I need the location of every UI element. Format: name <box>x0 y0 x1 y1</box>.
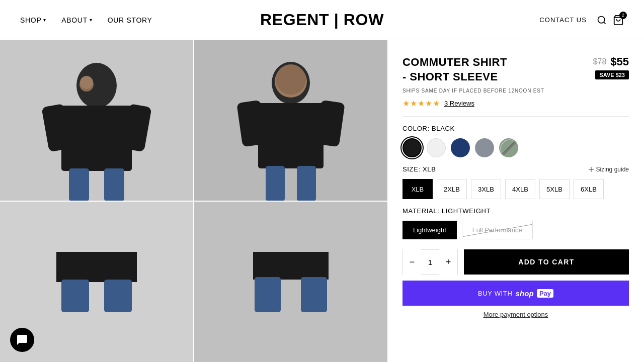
shop-pay-logo: shop <box>515 289 533 298</box>
product-photo-2-svg <box>195 40 386 201</box>
nav-shop-chevron-icon: ▾ <box>43 17 46 23</box>
header-icons: 2 <box>597 15 624 26</box>
quantity-value: 1 <box>421 258 439 266</box>
contact-us-link[interactable]: CONTACT US <box>539 16 587 24</box>
nav-about-chevron-icon: ▾ <box>90 17 93 23</box>
main-nav: SHOP ▾ ABOUT ▾ OUR STORY <box>20 16 152 24</box>
svg-rect-19 <box>266 166 285 201</box>
site-logo[interactable]: REGENT | ROW <box>260 11 384 29</box>
buy-with-shop-pay-button[interactable]: BUY WITH shop Pay <box>403 281 629 306</box>
size-btn-3xlb[interactable]: 3XLB <box>471 179 501 199</box>
ruler-icon <box>588 166 594 172</box>
original-price: $78 <box>593 57 607 66</box>
reviews-row: ★★★★★ 3 Reviews <box>403 99 629 117</box>
product-details-panel: COMMUTER SHIRT - SHORT SLEEVE $78 $55 SA… <box>387 40 644 362</box>
color-swatch-navy[interactable] <box>451 138 470 157</box>
color-label: COLOR: Black <box>403 125 629 132</box>
shopify-chat-bubble[interactable] <box>10 328 34 352</box>
header-actions: CONTACT US 2 <box>539 15 624 26</box>
sage-strikethrough-icon <box>500 139 518 157</box>
gallery-image-1 <box>0 40 193 201</box>
svg-rect-7 <box>61 106 132 171</box>
nav-our-story-label: OUR STORY <box>108 16 152 24</box>
main-content: COMMUTER SHIRT - SHORT SLEEVE $78 $55 SA… <box>0 40 644 362</box>
svg-rect-16 <box>258 103 324 168</box>
cart-button[interactable]: 2 <box>613 15 624 26</box>
svg-rect-10 <box>69 168 89 201</box>
sizing-guide-link[interactable]: Sizing guide <box>588 166 629 173</box>
color-section: COLOR: Black <box>403 125 629 157</box>
product-photo-1-svg <box>1 40 192 201</box>
size-btn-4xlb[interactable]: 4XLB <box>505 179 535 199</box>
size-buttons: XLB 2XLB 3XLB 4XLB 5XLB 6XLB <box>403 179 629 199</box>
chat-icon <box>16 334 28 346</box>
reviews-count[interactable]: 3 Reviews <box>444 100 474 107</box>
site-header: SHOP ▾ ABOUT ▾ OUR STORY REGENT | ROW CO… <box>0 0 644 40</box>
purchase-row: − 1 + ADD TO CART <box>403 249 629 275</box>
size-btn-5xlb[interactable]: 5XLB <box>539 179 570 199</box>
quantity-decrease-button[interactable]: − <box>403 249 421 275</box>
size-section: SIZE: XLB Sizing guide XLB 2XLB 3XLB 4XL… <box>403 165 629 199</box>
color-swatch-sage[interactable] <box>499 138 518 157</box>
nav-shop[interactable]: SHOP ▾ <box>20 16 46 24</box>
shop-pay-pay-text: Pay <box>537 289 553 298</box>
svg-rect-23 <box>61 280 89 312</box>
color-swatches <box>403 138 629 157</box>
product-photo-4-svg <box>195 252 386 312</box>
color-swatch-black[interactable] <box>403 138 422 157</box>
material-label: MATERIAL: Lightweight <box>403 207 629 215</box>
size-btn-2xlb[interactable]: 2XLB <box>437 179 467 199</box>
color-swatch-white[interactable] <box>427 138 446 157</box>
sizing-guide-label: Sizing guide <box>596 166 629 173</box>
nav-our-story[interactable]: OUR STORY <box>108 16 152 24</box>
svg-rect-22 <box>56 252 137 282</box>
size-btn-6xlb[interactable]: 6XLB <box>574 179 604 199</box>
title-price-row: COMMUTER SHIRT - SHORT SLEEVE $78 $55 SA… <box>403 55 629 84</box>
nav-about[interactable]: ABOUT ▾ <box>61 16 92 24</box>
material-section: MATERIAL: Lightweight Lightweight Full P… <box>403 207 629 239</box>
svg-point-15 <box>276 64 306 95</box>
add-to-cart-button[interactable]: ADD TO CART <box>464 249 629 275</box>
ships-notice: SHIPS SAME DAY IF PLACED BEFORE 12NOON E… <box>403 88 629 94</box>
product-gallery <box>0 40 387 362</box>
svg-point-0 <box>598 16 605 23</box>
search-button[interactable] <box>597 15 607 25</box>
save-badge: SAVE $23 <box>595 70 629 79</box>
quantity-increase-button[interactable]: + <box>439 249 457 275</box>
material-btn-full-performance[interactable]: Full Performance <box>462 221 533 239</box>
nav-about-label: ABOUT <box>61 16 88 24</box>
sale-price: $55 <box>610 55 629 68</box>
gallery-image-2 <box>194 40 387 201</box>
size-header: SIZE: XLB Sizing guide <box>403 165 629 173</box>
star-rating: ★★★★★ <box>403 99 440 108</box>
nav-shop-label: SHOP <box>20 16 41 24</box>
more-payment-options-link[interactable]: More payment options <box>403 311 629 318</box>
svg-rect-24 <box>104 280 132 312</box>
material-buttons: Lightweight Full Performance <box>403 221 629 239</box>
color-swatch-gray[interactable] <box>475 138 494 157</box>
material-btn-lightweight[interactable]: Lightweight <box>403 221 457 239</box>
svg-rect-27 <box>255 277 281 312</box>
size-btn-xlb[interactable]: XLB <box>403 179 433 199</box>
svg-point-6 <box>80 76 93 89</box>
product-title: COMMUTER SHIRT - SHORT SLEEVE <box>403 55 513 84</box>
buy-with-text: BUY WITH <box>478 290 513 297</box>
svg-rect-28 <box>301 277 327 312</box>
svg-rect-20 <box>297 166 316 201</box>
svg-rect-26 <box>253 252 329 280</box>
cart-count-badge: 2 <box>619 12 627 19</box>
svg-line-1 <box>604 22 606 24</box>
gallery-image-4 <box>194 202 387 362</box>
size-label: SIZE: XLB <box>403 165 436 173</box>
svg-rect-11 <box>104 168 124 201</box>
product-photo-3-svg <box>1 252 192 312</box>
search-icon <box>597 15 607 25</box>
price-block: $78 $55 SAVE $23 <box>593 55 629 79</box>
price-row: $78 $55 <box>593 55 629 68</box>
quantity-control: − 1 + <box>403 249 458 275</box>
